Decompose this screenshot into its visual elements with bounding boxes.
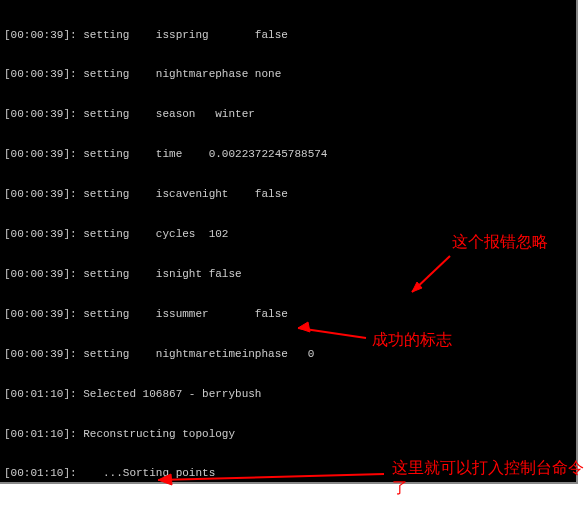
terminal-output[interactable]: [00:00:39]: setting isspring false [00:0… — [0, 0, 578, 484]
log-line: [00:00:39]: setting iscavenight false — [4, 188, 572, 201]
log-line: [00:00:39]: setting time 0.0022372245788… — [4, 148, 572, 161]
log-line: [00:00:39]: setting isnight false — [4, 268, 572, 281]
log-line: [00:01:10]: Reconstructing topology — [4, 428, 572, 441]
log-line: [00:00:39]: setting nightmarephase none — [4, 68, 572, 81]
log-line: [00:01:10]: Selected 106867 - berrybush — [4, 388, 572, 401]
log-line: [00:00:39]: setting issummer false — [4, 308, 572, 321]
log-line: [00:01:10]: ...Sorting points — [4, 467, 572, 480]
screenshot-root: [00:00:39]: setting isspring false [00:0… — [0, 0, 584, 528]
log-line: [00:00:39]: setting season winter — [4, 108, 572, 121]
blank-area — [0, 484, 584, 528]
log-line: [00:00:39]: setting cycles 102 — [4, 228, 572, 241]
log-line: [00:00:39]: setting nightmaretimeinphase… — [4, 348, 572, 361]
log-line: [00:00:39]: setting isspring false — [4, 29, 572, 42]
